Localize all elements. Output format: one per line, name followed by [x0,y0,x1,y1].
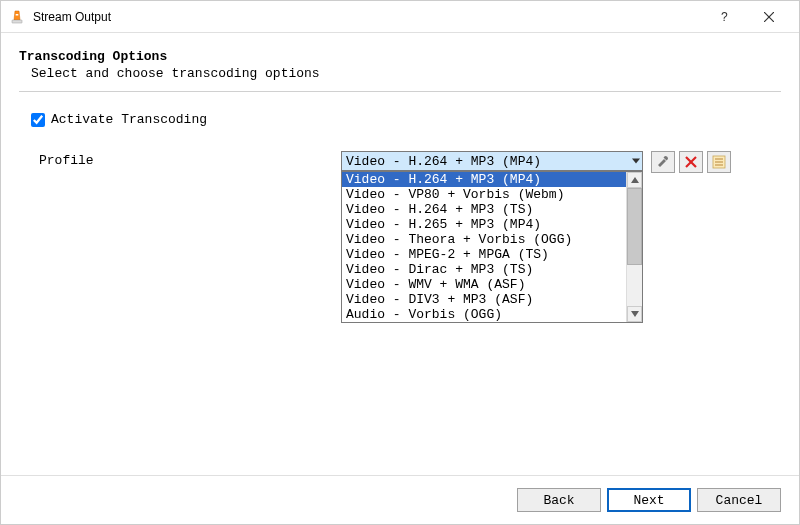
svg-text:?: ? [721,11,728,23]
scrollbar-up-button[interactable] [627,172,642,188]
scrollbar-track[interactable] [627,188,642,306]
next-button[interactable]: Next [607,488,691,512]
new-profile-button[interactable] [707,151,731,173]
profile-dropdown: Video - H.264 + MP3 (MP4) Video - VP80 +… [341,171,643,323]
profile-row: Profile Video - H.264 + MP3 (MP4) Video … [25,151,775,173]
profile-option[interactable]: Video - MPEG-2 + MPGA (TS) [342,247,626,262]
page-title: Transcoding Options [19,49,781,64]
profile-option[interactable]: Video - H.265 + MP3 (MP4) [342,217,626,232]
profile-combo-wrap: Video - H.264 + MP3 (MP4) Video - H.264 … [341,151,643,171]
profile-action-buttons [651,151,731,173]
cancel-button[interactable]: Cancel [697,488,781,512]
edit-profile-button[interactable] [651,151,675,173]
footer: Back Next Cancel [1,475,799,524]
chevron-down-icon [632,159,640,164]
page-header: Transcoding Options Select and choose tr… [1,33,799,91]
svg-marker-7 [631,311,639,317]
window-title: Stream Output [33,10,703,24]
svg-rect-1 [16,14,19,16]
profile-option[interactable]: Video - Theora + Vorbis (OGG) [342,232,626,247]
divider [19,91,781,92]
profile-selected-value: Video - H.264 + MP3 (MP4) [346,154,541,169]
profile-option[interactable]: Video - Dirac + MP3 (TS) [342,262,626,277]
activate-transcoding-label: Activate Transcoding [51,112,207,127]
profile-option[interactable]: Video - DIV3 + MP3 (ASF) [342,292,626,307]
activate-transcoding-checkbox[interactable] [31,113,45,127]
titlebar: Stream Output ? [1,1,799,33]
help-button[interactable]: ? [703,2,747,32]
profile-option[interactable]: Video - WMV + WMA (ASF) [342,277,626,292]
profile-label: Profile [25,151,341,168]
app-icon [9,9,25,25]
profile-option[interactable]: Video - VP80 + Vorbis (Webm) [342,187,626,202]
new-profile-icon [712,155,726,169]
profile-option[interactable]: Video - H.264 + MP3 (MP4) [342,172,626,187]
profile-option[interactable]: Audio - Vorbis (OGG) [342,307,626,322]
profile-option[interactable]: Video - H.264 + MP3 (TS) [342,202,626,217]
scrollbar-thumb[interactable] [627,188,642,265]
back-button[interactable]: Back [517,488,601,512]
delete-icon [685,156,697,168]
svg-rect-2 [12,20,22,23]
close-button[interactable] [747,2,791,32]
svg-marker-6 [631,177,639,183]
wrench-icon [656,155,670,169]
content: Activate Transcoding Profile Video - H.2… [1,112,799,173]
delete-profile-button[interactable] [679,151,703,173]
profile-combobox[interactable]: Video - H.264 + MP3 (MP4) [341,151,643,171]
activate-transcoding-row: Activate Transcoding [25,112,775,127]
page-subtitle: Select and choose transcoding options [19,66,781,81]
dropdown-scrollbar[interactable] [626,172,642,322]
scrollbar-down-button[interactable] [627,306,642,322]
profile-dropdown-list: Video - H.264 + MP3 (MP4) Video - VP80 +… [342,172,626,322]
